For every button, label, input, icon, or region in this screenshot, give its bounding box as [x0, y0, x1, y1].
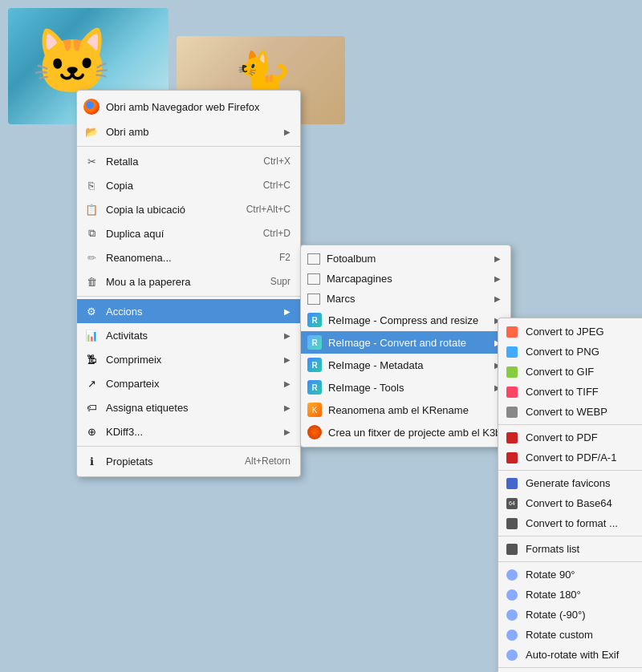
pdf-icon — [505, 432, 519, 443]
comprimeix-item[interactable]: 🗜 Comprimeix ▶ — [77, 347, 300, 371]
compress-icon: 🗜 — [83, 351, 100, 367]
copy-item[interactable]: ⎘ Copia Ctrl+C — [77, 173, 300, 197]
webp-icon — [505, 407, 519, 418]
trash-label: Mou a la paperera — [106, 276, 254, 288]
copy-location-item[interactable]: 📋 Copia la ubicació Ctrl+Alt+C — [77, 197, 300, 221]
rotate-90-item[interactable]: Rotate 90° — [498, 565, 642, 585]
reanomena-krename-item[interactable]: K Reanomena amb el KRename — [301, 399, 510, 421]
reimage-convert-item[interactable]: R ReImage - Convert and rotate ▶ — [301, 331, 510, 354]
convert-tiff-item[interactable]: Convert to TIFF — [498, 382, 642, 402]
reimage-metadata-icon: R — [307, 358, 322, 372]
copy-icon: ⎘ — [83, 177, 100, 193]
separator-conv4 — [498, 561, 642, 562]
convert-png-item[interactable]: Convert to PNG — [498, 342, 642, 362]
format-icon — [505, 518, 519, 529]
rotate-custom-item[interactable]: Rotate custom — [498, 625, 642, 645]
scissors-icon: ✂ — [83, 153, 100, 169]
convert-gif-item[interactable]: Convert to GIF — [498, 362, 642, 382]
convert-webp-item[interactable]: Convert to WEBP — [498, 402, 642, 422]
rotate-minus90-icon — [505, 609, 519, 621]
duplicate-item[interactable]: ⧉ Duplica aquí Ctrl+D — [77, 221, 300, 245]
rename-item[interactable]: ✏ Reanomena... F2 — [77, 245, 300, 269]
kdiff-icon: ⊕ — [83, 423, 100, 439]
convert-pdf-item[interactable]: Convert to PDF — [498, 427, 642, 447]
rotate-minus90-item[interactable]: Rotate (-90°) — [498, 605, 642, 625]
convert-pdfa-item[interactable]: Convert to PDF/A-1 — [498, 447, 642, 468]
list-icon — [505, 544, 519, 555]
convert-jpeg-item[interactable]: Convert to JPEG — [498, 322, 642, 342]
firefox-icon — [83, 99, 100, 115]
activitats-arrow: ▶ — [284, 331, 291, 340]
generate-favicons-label: Generate favicons — [526, 477, 642, 489]
favicon-icon — [505, 478, 519, 489]
comprimeix-arrow: ▶ — [284, 355, 291, 364]
reimage-tools-item[interactable]: R ReImage - Tools ▶ — [301, 376, 510, 399]
reimage-compress-icon: R — [307, 313, 322, 327]
fotoalbum-label: Fotoalbum — [327, 253, 488, 265]
separator-1 — [77, 146, 300, 147]
reimage-compress-item[interactable]: R ReImage - Compress and resize ▶ — [301, 309, 510, 331]
auto-rotate-exif-item[interactable]: Auto-rotate with Exif — [498, 645, 642, 665]
rename-label: Reanomena... — [106, 252, 263, 264]
duplicate-icon: ⧉ — [83, 225, 100, 241]
base64-icon: 64 — [505, 498, 519, 509]
comparteix-arrow: ▶ — [284, 379, 291, 388]
open-icon: 📂 — [83, 123, 100, 140]
convert-format-item[interactable]: Convert to format ... — [498, 513, 642, 533]
assigna-item[interactable]: 🏷 Assigna etiquetes ▶ — [77, 395, 300, 419]
propietats-item[interactable]: ℹ Propietats Alt+Retorn — [77, 449, 300, 473]
convert-webp-label: Convert to WEBP — [526, 406, 642, 418]
accions-label: Accions — [106, 306, 278, 318]
open-with-label: Obri amb — [106, 126, 278, 138]
png-icon — [505, 346, 519, 358]
copy-shortcut: Ctrl+C — [263, 180, 291, 191]
kdiff-item[interactable]: ⊕ KDiff3... ▶ — [77, 419, 300, 443]
pdfa-icon — [505, 452, 519, 464]
bookmark-icon — [307, 273, 320, 285]
open-with-item[interactable]: 📂 Obri amb ▶ — [77, 119, 300, 144]
reimage-metadata-label: ReImage - Metadata — [328, 359, 488, 371]
rename-icon: ✏ — [83, 249, 100, 265]
separator-conv1 — [498, 424, 642, 425]
cut-item[interactable]: ✂ Retalla Ctrl+X — [77, 149, 300, 173]
marcs-item[interactable]: Marcs ▶ — [301, 289, 510, 309]
convert-base64-label: Convert to Base64 — [526, 497, 642, 509]
activitats-label: Activitats — [106, 330, 278, 342]
copy-location-shortcut: Ctrl+Alt+C — [246, 204, 291, 215]
copy-label: Copia — [106, 180, 247, 192]
comparteix-label: Comparteix — [106, 378, 278, 390]
formats-list-item[interactable]: Formats list — [498, 539, 642, 559]
separator-conv3 — [498, 536, 642, 536]
copy-location-label: Copia la ubicació — [106, 204, 230, 216]
open-firefox-item[interactable]: Obri amb Navegador web Firefox — [77, 94, 300, 119]
convert-base64-item[interactable]: 64 Convert to Base64 — [498, 493, 642, 513]
assigna-label: Assigna etiquetes — [106, 402, 278, 414]
formats-list-label: Formats list — [526, 543, 642, 555]
reanomena-krename-label: Reanomena amb el KRename — [328, 404, 501, 416]
separator-conv5 — [498, 667, 642, 668]
accions-item[interactable]: ⚙ Accions ▶ — [77, 299, 300, 323]
convert-tiff-label: Convert to TIFF — [526, 386, 642, 398]
tiff-icon — [505, 387, 519, 398]
convert-jpeg-label: Convert to JPEG — [526, 326, 642, 338]
marcapagines-label: Marcapagines — [327, 273, 488, 285]
reimage-metadata-item[interactable]: R ReImage - Metadata ▶ — [301, 354, 510, 376]
activitats-item[interactable]: 📊 Activitats ▶ — [77, 323, 300, 347]
comprimeix-label: Comprimeix — [106, 354, 278, 366]
fotoalbum-item[interactable]: Fotoalbum ▶ — [301, 249, 510, 269]
convert-pdf-label: Convert to PDF — [526, 431, 642, 443]
rotate-custom-icon — [505, 629, 519, 641]
generate-favicons-item[interactable]: Generate favicons — [498, 473, 642, 493]
fotoalbum-arrow: ▶ — [494, 254, 501, 263]
crea-fitxer-item[interactable]: Crea un fitxer de projecte amb el K3b — [301, 421, 510, 443]
reimage-convert-label: ReImage - Convert and rotate — [328, 337, 488, 349]
rotate-180-item[interactable]: Rotate 180° — [498, 585, 642, 605]
trash-item[interactable]: 🗑 Mou a la paperera Supr — [77, 269, 300, 293]
comparteix-item[interactable]: ↗ Comparteix ▶ — [77, 371, 300, 395]
convert-gif-label: Convert to GIF — [526, 366, 642, 378]
reimage-convert-icon: R — [307, 335, 322, 350]
assigna-arrow: ▶ — [284, 403, 291, 412]
convert-png-label: Convert to PNG — [526, 346, 642, 358]
marcapagines-item[interactable]: Marcapagines ▶ — [301, 269, 510, 289]
rotate-custom-label: Rotate custom — [526, 629, 642, 641]
